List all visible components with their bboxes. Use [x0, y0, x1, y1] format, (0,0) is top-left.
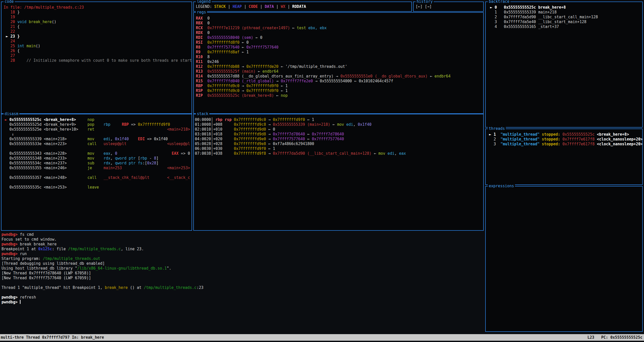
line: LEGEND: STACK | HEAP | CODE | DATA | WX … [196, 4, 410, 9]
line: 0x555555555357 <main+248> call __stack_c… [3, 175, 191, 180]
line: ► 1 "multiple_thread" stopped: 0x5555555… [487, 132, 641, 137]
line: 24 [4, 39, 191, 44]
legend-content: LEGEND: STACK | HEAP | CODE | DATA | WX … [194, 2, 411, 11]
line: 27 [4, 53, 191, 58]
line: ↓ [3, 132, 191, 137]
threads-panel: threads ► 1 "multiple_thread" stopped: 0… [485, 129, 643, 185]
line: 20 void break_here() [4, 20, 191, 24]
line [3, 180, 191, 185]
line: RDX 0 [196, 30, 482, 35]
line: [Thread debugging using libthread_db ena… [2, 261, 483, 266]
history-button-gap [422, 4, 425, 9]
line: 00:0000│ rbp rsp 0x7fffffffd9c0 → 0x7fff… [195, 117, 482, 122]
backtrace-panel: backtrace ► 0 0x55555555525c break_here+… [485, 2, 643, 128]
line: RSI 0x7fffffffd8f0 ← 0 [196, 40, 482, 45]
terminal[interactable]: pwndbg> fs cmdFocus set to cmd window.pw… [2, 232, 483, 333]
line: [New Thread 0x7ffff7577640 (LWP 67059)] [2, 276, 483, 281]
line: R11 0x246 [196, 59, 482, 64]
line: 05:0028│+028 0x7fffffffd9e8 ← 0xf7a4866c… [195, 142, 482, 146]
line: pwndbg> refresh [2, 295, 483, 300]
line: 0x55555555533e <main+223> call usleep@pl… [3, 142, 191, 146]
backtrace-content: ► 0 0x55555555525c break_here+8 1 0x5555… [486, 2, 642, 127]
line: 3 0x7ffff7da5e40 __libc_start_main+128 [488, 20, 641, 24]
line: Starting program: /tmp/multiple_threads.… [2, 256, 483, 261]
disasm-panel: disasm ► 0x55555555525c <break_here+8> n… [1, 114, 192, 231]
line: 26 { [4, 49, 191, 53]
code-panel: code In file: /tmp/multiple_threads.c:23… [1, 2, 192, 114]
line: 0x555555555339 <main+218> mov edi, 0x1f4… [3, 137, 191, 142]
line: R12 0x7fffffffdb08 → 0x7fffffffde20 ← '/… [196, 64, 482, 69]
status-bar-left: multi-thre Thread 0x7ffff7d797 In: break… [1, 334, 104, 341]
line: 0x55555555534c <main+237> sub rdx, qword… [3, 161, 191, 166]
pwndbg-window: { "panels": { "code": { "title": "code",… [0, 0, 644, 342]
line: 0x555555555343 <main+228> mov eax, 0EAX … [3, 151, 191, 156]
line: 1 0x555555555339 main+218 [488, 10, 641, 15]
line: ► 0 0x55555555525c break_here+8 [488, 5, 641, 10]
line: RBP 0x7fffffffd9c0 → 0x7fffffffd9f0 ← 1 [196, 84, 482, 88]
line: 18 } [4, 10, 191, 15]
line: R9 0x7fffffffd8af ← 1 [196, 50, 482, 55]
line: 0x55555555525e <break_here+10> ret<main+… [3, 127, 191, 132]
expressions-panel: expressions [485, 186, 643, 332]
line: RSP 0x7fffffffd9c0 → 0x7fffffffd9f0 ← 1 [196, 88, 482, 93]
line: 06:0030│+030 0x7fffffffd9f0 ← 1 [195, 146, 482, 151]
line [3, 170, 191, 175]
line: Using host libthread_db library "/lib/x8… [2, 266, 483, 271]
line: pwndbg> fs cmd [2, 232, 483, 237]
line: 02:0010│+010 0x7fffffffd9d0 ← 0 [195, 127, 482, 132]
expressions-content [486, 186, 642, 331]
line: ► 0x55555555525c <break_here+8> nop [3, 117, 191, 122]
history-forward-button[interactable]: [→] [425, 4, 432, 9]
line: R10 8 [196, 55, 482, 59]
status-bar-right: L23 PC: 0x55555555525c [587, 334, 642, 341]
line: R13 0x55555555525f (main) ← endbr64 [196, 69, 482, 74]
line: 19 [4, 15, 191, 20]
line [2, 281, 483, 285]
stack-content: 00:0000│ rbp rsp 0x7fffffffd9c0 → 0x7fff… [194, 114, 483, 230]
line: RCX 0x7ffff7e11219 (pthread_create+1497)… [196, 26, 482, 30]
line: R15 0x7ffff7ffd040 (_rtld_global) → 0x7f… [196, 79, 482, 84]
threads-content: ► 1 "multiple_thread" stopped: 0x5555555… [486, 129, 642, 184]
line: RBX 0 [196, 21, 482, 26]
history-panel: history [←] [→] [413, 2, 484, 12]
line: 3 "multiple_thread" stopped: 0x7ffff7e61… [487, 142, 641, 147]
line: 07:0038│+038 0x7fffffffd9f8 → 0x7ffff7da… [195, 151, 482, 156]
line: 0x555555555348 <main+233> mov rdx, qword… [3, 156, 191, 161]
line: Breakpoint 1 at 0x125c: file /tmp/multip… [2, 247, 483, 252]
legend-panel: legend LEGEND: STACK | HEAP | CODE | DAT… [193, 2, 412, 12]
regs-panel: regs RAX 0RBX 0RCX 0x7ffff7e11219 (pthre… [193, 12, 484, 114]
line: 0x555555555355 <main+246> je main+253<ma… [3, 166, 191, 170]
line [3, 146, 191, 151]
line: In file: /tmp/multiple_threads.c:23 [4, 5, 191, 10]
line: R14 0x555555557d88 (__do_global_dtors_au… [196, 74, 482, 79]
line: 2 0x7ffff7da5d90 __libc_start_call_main+… [488, 15, 641, 20]
line: ► 23 } [4, 34, 191, 39]
line: pwndbg> run [2, 252, 483, 256]
line: 04:0020│+020 0x7fffffffd9e0 → 0x7ffff757… [195, 137, 482, 142]
line [2, 290, 483, 295]
line: [New Thread 0x7ffff7d78640 (LWP 67058)] [2, 271, 483, 276]
status-bar: multi-thre Thread 0x7ffff7d797 In: break… [0, 334, 644, 341]
line: 0x55555555525d <break_here+9> pop rbp RB… [3, 122, 191, 127]
line: RIP 0x55555555525c (break_here+8) ← nop [196, 93, 482, 98]
line: 25 int main() [4, 44, 191, 49]
disasm-content: ► 0x55555555525c <break_here+8> nop 0x55… [2, 114, 192, 230]
history-back-button[interactable]: [←] [416, 4, 422, 9]
regs-content: RAX 0RBX 0RCX 0x7ffff7e11219 (pthread_cr… [194, 13, 483, 113]
line: Thread 1 "multiple_thread" hit Breakpoin… [2, 285, 483, 290]
line: R8 0x7ffff7577640 ← 0x7ffff7577640 [196, 45, 482, 50]
line: 0x55555555535c <main+253> leave [3, 185, 191, 190]
line: pwndbg> [2, 300, 483, 305]
line: Focus set to cmd window. [2, 237, 483, 242]
line: RDI 0x555555558040 (sem) ← 0 [196, 35, 482, 40]
line: 4 0x555555555165 _start+37 [488, 24, 641, 29]
line: 21 { [4, 24, 191, 29]
line: 01:0008│+008 0x7fffffffd9c8 → 0x55555555… [195, 122, 482, 127]
line: pwndbg> break break_here [2, 242, 483, 247]
line: 28 // Initialize semaphore with count 0 … [4, 58, 191, 63]
stack-panel: stack 00:0000│ rbp rsp 0x7fffffffd9c0 → … [193, 114, 484, 231]
line: 2 "multiple_thread" stopped: 0x7ffff7e61… [487, 137, 641, 142]
line: 22 [4, 29, 191, 34]
code-content: In file: /tmp/multiple_threads.c:23 18 }… [2, 2, 192, 113]
line: RAX 0 [196, 16, 482, 21]
